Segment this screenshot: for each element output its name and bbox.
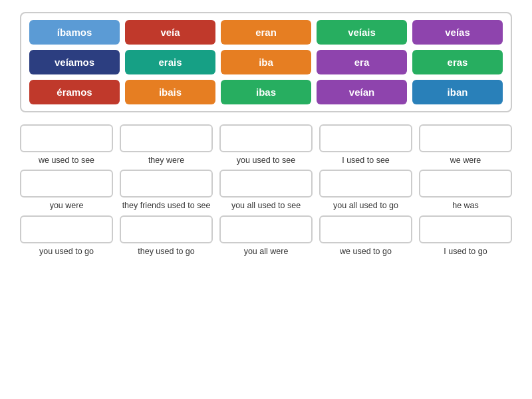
answer-box-2-4[interactable] xyxy=(419,215,512,243)
answer-box-2-1[interactable] xyxy=(120,215,213,243)
answer-cell-1-2: you all used to see xyxy=(219,170,313,211)
answer-label-1-3: you all used to go xyxy=(333,200,398,211)
word-tile-eramos[interactable]: éramos xyxy=(29,80,120,104)
answer-cell-2-4: I used to go xyxy=(419,215,512,257)
word-tile-veian[interactable]: veían xyxy=(317,80,407,104)
answer-box-2-2[interactable] xyxy=(219,215,313,243)
answer-label-0-4: we were xyxy=(450,155,481,166)
answer-label-1-2: you all used to see xyxy=(231,200,301,211)
word-tile-veiamos[interactable]: veíamos xyxy=(29,50,120,74)
answer-label-1-0: you were xyxy=(50,200,84,211)
answer-box-1-1[interactable] xyxy=(120,170,213,198)
word-tile-ibamos[interactable]: íbamos xyxy=(29,20,120,45)
answer-row-0: we used to seethey wereyou used to seeI … xyxy=(20,124,512,166)
answer-cell-1-1: they friends used to see xyxy=(120,170,213,211)
answer-cell-0-2: you used to see xyxy=(219,124,313,166)
answer-label-2-0: you used to go xyxy=(39,246,94,257)
word-tile-ibas[interactable]: ibas xyxy=(221,80,311,104)
answer-label-2-2: you all were xyxy=(244,246,289,257)
answer-label-0-0: we used to see xyxy=(39,155,94,166)
answer-box-1-4[interactable] xyxy=(419,170,512,198)
answer-box-1-0[interactable] xyxy=(20,170,113,198)
answer-cell-2-2: you all were xyxy=(219,215,313,257)
answer-cell-2-1: they used to go xyxy=(120,215,213,257)
answer-row-2: you used to gothey used to goyou all wer… xyxy=(20,215,512,257)
answer-box-0-3[interactable] xyxy=(319,124,412,152)
answer-label-0-2: you used to see xyxy=(237,155,295,166)
word-tile-iban[interactable]: iban xyxy=(412,80,503,104)
answer-cell-1-4: he was xyxy=(419,170,512,211)
answer-label-0-1: they were xyxy=(148,155,184,166)
answer-cell-0-1: they were xyxy=(120,124,213,166)
answer-cell-0-3: I used to see xyxy=(319,124,412,166)
answer-cell-0-0: we used to see xyxy=(20,124,113,166)
word-tile-ibais[interactable]: ibais xyxy=(125,80,215,104)
answer-label-1-1: they friends used to see xyxy=(122,200,211,211)
word-tile-era[interactable]: era xyxy=(317,50,407,74)
answer-cell-2-3: we used to go xyxy=(319,215,412,257)
word-bank: íbamosveíaeranveíaisveíasveíamoseraisiba… xyxy=(20,12,512,112)
answer-cell-1-0: you were xyxy=(20,170,113,211)
word-tile-iba[interactable]: iba xyxy=(221,50,311,74)
answer-box-0-2[interactable] xyxy=(219,124,313,152)
answer-cell-0-4: we were xyxy=(419,124,512,166)
word-tile-eran[interactable]: eran xyxy=(221,20,311,45)
word-tile-erais[interactable]: erais xyxy=(125,50,215,74)
word-tile-eras[interactable]: eras xyxy=(412,50,503,74)
word-tile-veias[interactable]: veías xyxy=(412,20,503,45)
answer-box-1-3[interactable] xyxy=(319,170,412,198)
answer-box-2-3[interactable] xyxy=(319,215,412,243)
answer-section: we used to seethey wereyou used to seeI … xyxy=(20,124,512,257)
word-tile-veia[interactable]: veía xyxy=(125,20,215,45)
answer-label-2-1: they used to go xyxy=(138,246,194,257)
answer-box-0-1[interactable] xyxy=(120,124,213,152)
answer-label-2-3: we used to go xyxy=(340,246,392,257)
answer-box-1-2[interactable] xyxy=(219,170,313,198)
answer-label-1-4: he was xyxy=(452,200,479,211)
answer-cell-2-0: you used to go xyxy=(20,215,113,257)
word-tile-veiais[interactable]: veíais xyxy=(317,20,407,45)
answer-box-0-0[interactable] xyxy=(20,124,113,152)
answer-box-2-0[interactable] xyxy=(20,215,113,243)
answer-box-0-4[interactable] xyxy=(419,124,512,152)
answer-row-1: you werethey friends used to seeyou all … xyxy=(20,170,512,211)
answer-label-2-4: I used to go xyxy=(444,246,487,257)
answer-cell-1-3: you all used to go xyxy=(319,170,412,211)
answer-label-0-3: I used to see xyxy=(342,155,390,166)
